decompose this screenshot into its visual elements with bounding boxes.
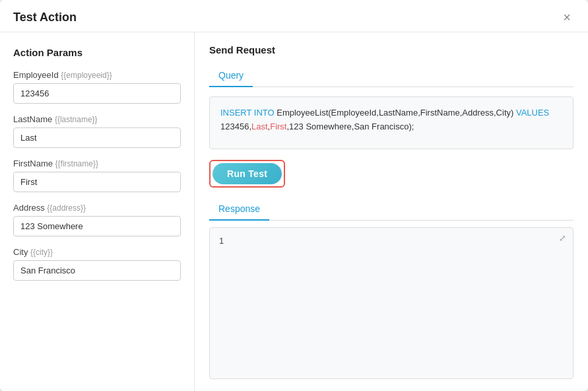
send-request-title: Send Request	[209, 44, 573, 55]
tab-response[interactable]: Response	[209, 198, 269, 221]
query-box: INSERT INTO EmployeeList(EmployeeId,Last…	[209, 96, 573, 149]
close-button[interactable]: ×	[559, 9, 575, 25]
test-action-modal: Test Action × Action Params EmployeeId {…	[0, 0, 588, 391]
address-input[interactable]	[13, 216, 181, 236]
city-input[interactable]	[13, 260, 181, 281]
modal-header: Test Action ×	[0, 0, 588, 32]
keyword-insert: INSERT INTO	[220, 108, 275, 118]
run-test-button[interactable]: Run Test	[212, 163, 282, 184]
query-line2-num: 123456,	[220, 122, 251, 131]
response-box: 1 ⤢	[209, 227, 573, 379]
response-tabs: Response	[209, 198, 573, 221]
query-rest: ,123 Somewhere,San Francisco);	[286, 122, 414, 131]
tab-query[interactable]: Query	[209, 65, 253, 87]
action-params-title: Action Params	[13, 47, 181, 58]
query-table: EmployeeList(EmployeeId,LastName,FirstNa…	[275, 108, 516, 118]
firstname-label: FirstName {{firstname}}	[13, 159, 181, 168]
employeeid-input[interactable]	[13, 83, 181, 104]
run-test-wrapper: Run Test	[209, 160, 573, 188]
field-group-address: Address {{address}}	[13, 203, 181, 236]
expand-icon[interactable]: ⤢	[559, 233, 566, 243]
field-group-employeeid: EmployeeId {{employeeid}}	[13, 70, 181, 104]
query-firstname-value: First	[270, 122, 286, 131]
field-group-city: City {{city}}	[13, 247, 181, 281]
firstname-input[interactable]	[13, 172, 181, 192]
field-group-firstname: FirstName {{firstname}}	[13, 159, 181, 192]
modal-body: Action Params EmployeeId {{employeeid}} …	[0, 32, 588, 391]
modal-title: Test Action	[13, 11, 77, 24]
query-tabs: Query	[209, 65, 573, 87]
left-panel: Action Params EmployeeId {{employeeid}} …	[0, 32, 195, 391]
lastname-input[interactable]	[13, 127, 181, 148]
run-test-outline: Run Test	[209, 160, 285, 188]
address-label: Address {{address}}	[13, 203, 181, 213]
response-value: 1	[219, 236, 224, 246]
field-group-lastname: LastName {{lastname}}	[13, 114, 181, 148]
employeeid-label: EmployeeId {{employeeid}}	[13, 70, 181, 80]
lastname-label: LastName {{lastname}}	[13, 114, 181, 124]
city-label: City {{city}}	[13, 247, 181, 257]
query-lastname-value: Last	[251, 122, 268, 131]
keyword-values: VALUES	[516, 108, 549, 118]
right-panel: Send Request Query INSERT INTO EmployeeL…	[195, 32, 588, 391]
